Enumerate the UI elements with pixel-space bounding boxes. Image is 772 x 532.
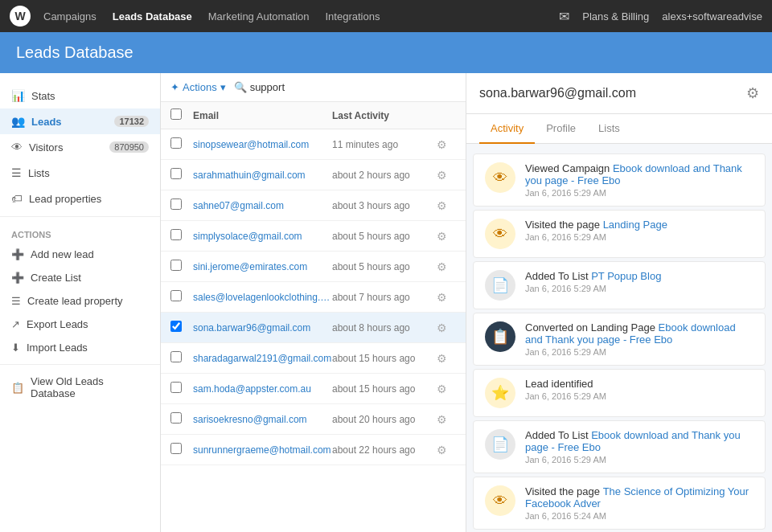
leads-toolbar: ✦ Actions ▾ 🔍 [161, 73, 466, 102]
nav-items: Campaigns Leads Database Marketing Autom… [43, 10, 559, 23]
view-old-leads-button[interactable]: 📋 View Old Leads Database [0, 370, 160, 405]
table-row[interactable]: sales@lovelagenlookclothing.co... about … [161, 282, 466, 313]
leads-panel: ✦ Actions ▾ 🔍 Email Last Activity sinops… [161, 73, 466, 532]
table-row[interactable]: sam.hoda@appster.com.au about 15 hours a… [161, 374, 466, 404]
nav-marketing-automation[interactable]: Marketing Automation [208, 10, 310, 23]
mail-icon[interactable]: ✉ [559, 9, 569, 24]
lead-email: sam.hoda@appster.com.au [193, 383, 332, 395]
lead-settings-icon[interactable]: ⚙ [437, 413, 456, 426]
lead-checkbox[interactable] [170, 412, 182, 424]
lead-settings-icon[interactable]: ⚙ [437, 138, 456, 151]
lead-settings-icon[interactable]: ⚙ [437, 260, 456, 273]
lead-checkbox[interactable] [170, 321, 182, 332]
detail-email: sona.barwar96@gmail.com [479, 86, 636, 100]
header-email: Email [193, 110, 332, 121]
tab-activity[interactable]: Activity [479, 114, 535, 144]
lead-checkbox[interactable] [170, 137, 182, 149]
row-check [170, 168, 193, 182]
table-row[interactable]: sini.jerome@emirates.com about 5 hours a… [161, 252, 466, 282]
activity-item: 👁 Visited the page Landing Page Jan 6, 2… [473, 210, 766, 258]
select-all-checkbox[interactable] [170, 108, 182, 120]
activity-link[interactable]: The Science of Optimizing Your Facebook … [525, 485, 749, 509]
create-lead-property-button[interactable]: ☰ Create lead property [0, 289, 160, 313]
table-row[interactable]: sunrunnergraeme@hotmail.com about 22 hou… [161, 435, 466, 465]
page-title: Leads Database [16, 43, 133, 61]
nav-integrations[interactable]: Integrations [326, 10, 380, 23]
activity-link[interactable]: Ebook download and Thank you page - Free… [525, 321, 736, 346]
row-check [170, 137, 193, 151]
lead-checkbox[interactable] [170, 382, 182, 393]
sidebar-item-lists[interactable]: ☰ Lists [0, 160, 160, 186]
nav-leads-database[interactable]: Leads Database [113, 10, 192, 23]
sidebar-label-stats: Stats [31, 90, 55, 102]
table-row[interactable]: sinopsewear@hotmail.com 11 minutes ago ⚙ [161, 129, 466, 160]
table-row[interactable]: sarahmathuin@gmail.com about 2 hours ago… [161, 160, 466, 190]
activity-item: 📋 Converted on Landing Page Ebook downlo… [473, 313, 766, 366]
lead-checkbox[interactable] [170, 351, 182, 362]
detail-settings-icon[interactable]: ⚙ [746, 84, 759, 102]
lead-email: sini.jerome@emirates.com [193, 261, 332, 272]
sidebar-item-stats[interactable]: 📊 Stats [0, 83, 160, 108]
lead-activity: about 5 hours ago [332, 261, 437, 272]
add-new-lead-button[interactable]: ➕ Add new lead [0, 243, 160, 266]
lead-email: sona.barwar96@gmail.com [193, 322, 332, 334]
create-list-button[interactable]: ➕ Create List [0, 266, 160, 289]
activity-time: Jan 6, 2016 5:29 AM [525, 232, 754, 242]
lead-checkbox[interactable] [170, 229, 182, 240]
activity-link[interactable]: Ebook download and Thank you page - Free… [525, 162, 742, 186]
lead-settings-icon[interactable]: ⚙ [437, 291, 456, 304]
table-row[interactable]: sahne07@gmail.com about 3 hours ago ⚙ [161, 190, 466, 221]
lead-checkbox[interactable] [170, 260, 182, 271]
table-row[interactable]: sona.barwar96@gmail.com about 8 hours ag… [161, 313, 466, 343]
lead-email: sales@lovelagenlookclothing.co... [193, 292, 332, 303]
lead-settings-icon[interactable]: ⚙ [437, 444, 456, 456]
visitors-badge: 870950 [109, 141, 149, 153]
row-check [170, 229, 193, 243]
lead-checkbox[interactable] [170, 198, 182, 210]
user-menu-button[interactable]: alexs+softwareadvise [662, 10, 762, 23]
lead-checkbox[interactable] [170, 290, 182, 301]
add-lead-icon: ➕ [11, 248, 24, 260]
sidebar-item-leads[interactable]: 👥 Leads 17132 [0, 108, 160, 134]
actions-chevron-icon: ▾ [220, 81, 226, 93]
lead-checkbox[interactable] [170, 443, 182, 454]
leads-icon: 👥 [11, 115, 25, 128]
plans-billing-button[interactable]: Plans & Billing [582, 10, 649, 23]
sidebar-item-lead-properties[interactable]: 🏷 Lead properties [0, 186, 160, 211]
tab-profile[interactable]: Profile [535, 114, 587, 144]
sidebar-divider-2 [0, 364, 160, 365]
search-input[interactable] [250, 81, 347, 93]
lead-settings-icon[interactable]: ⚙ [437, 321, 456, 334]
lead-activity: about 8 hours ago [332, 322, 437, 334]
lead-email: sahne07@gmail.com [193, 200, 332, 211]
lead-settings-icon[interactable]: ⚙ [437, 383, 456, 395]
activity-content: Visited the page Landing Page Jan 6, 201… [525, 219, 754, 242]
table-row[interactable]: sharadagarwal2191@gmail.com about 15 hou… [161, 343, 466, 374]
lead-settings-icon[interactable]: ⚙ [437, 352, 456, 365]
activity-link[interactable]: PT Popup Blog [591, 270, 661, 282]
lead-settings-icon[interactable]: ⚙ [437, 230, 456, 243]
row-check [170, 382, 193, 395]
lead-email: simplysolace@gmail.com [193, 231, 332, 242]
lead-checkbox[interactable] [170, 168, 182, 179]
sidebar-label-leads: Leads [31, 116, 62, 128]
actions-button[interactable]: ✦ Actions ▾ [170, 81, 226, 93]
sidebar-item-visitors[interactable]: 👁 Visitors 870950 [0, 134, 160, 160]
sidebar-label-visitors: Visitors [29, 141, 63, 153]
activity-content: Lead identified Jan 6, 2016 5:29 AM [525, 378, 754, 401]
leads-badge: 17132 [114, 116, 149, 127]
activity-icon: 📋 [485, 321, 515, 352]
table-row[interactable]: simplysolace@gmail.com about 5 hours ago… [161, 221, 466, 252]
activity-link[interactable]: Landing Page [603, 219, 667, 231]
lead-settings-icon[interactable]: ⚙ [437, 199, 456, 212]
lead-settings-icon[interactable]: ⚙ [437, 169, 456, 182]
import-leads-button[interactable]: ⬇ Import Leads [0, 336, 160, 359]
nav-campaigns[interactable]: Campaigns [43, 10, 96, 23]
export-leads-button[interactable]: ↗ Export Leads [0, 313, 160, 336]
tab-lists[interactable]: Lists [587, 114, 631, 144]
create-list-label: Create List [31, 272, 81, 284]
activity-link[interactable]: Ebook download and Thank you page - Free… [525, 429, 741, 453]
activity-content: Viewed Campaign Ebook download and Thank… [525, 162, 754, 198]
row-check [170, 443, 193, 456]
table-row[interactable]: sarisoekresno@gmail.com about 20 hours a… [161, 404, 466, 435]
